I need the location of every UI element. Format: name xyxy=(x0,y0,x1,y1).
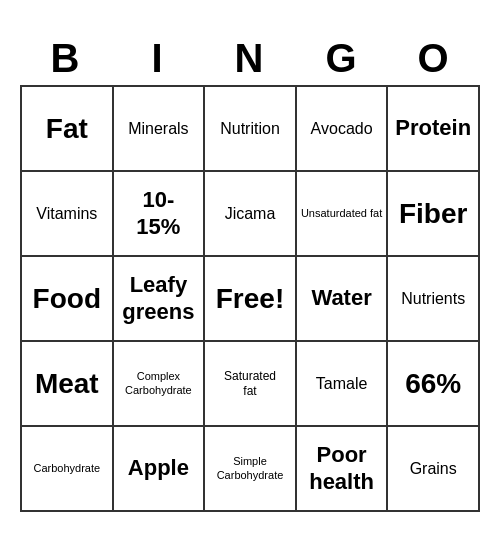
bingo-card: BINGO FatMineralsNutritionAvocadoProtein… xyxy=(10,22,490,522)
cell-text-22: SimpleCarbohydrate xyxy=(217,455,284,481)
cell-text-10: Food xyxy=(33,282,101,316)
cell-text-6: 10-15% xyxy=(136,187,180,240)
bingo-cell-17: Saturatedfat xyxy=(205,342,297,427)
bingo-cell-9: Fiber xyxy=(388,172,480,257)
cell-text-1: Minerals xyxy=(128,119,188,138)
bingo-cell-3: Avocado xyxy=(297,87,389,172)
bingo-cell-10: Food xyxy=(22,257,114,342)
bingo-cell-12: Free! xyxy=(205,257,297,342)
cell-text-0: Fat xyxy=(46,112,88,146)
bingo-cell-18: Tamale xyxy=(297,342,389,427)
bingo-cell-11: Leafygreens xyxy=(114,257,206,342)
cell-text-7: Jicama xyxy=(225,204,276,223)
cell-text-15: Meat xyxy=(35,367,99,401)
cell-text-9: Fiber xyxy=(399,197,467,231)
bingo-header: BINGO xyxy=(20,32,480,85)
cell-text-3: Avocado xyxy=(311,119,373,138)
cell-text-5: Vitamins xyxy=(36,204,97,223)
bingo-cell-4: Protein xyxy=(388,87,480,172)
bingo-cell-21: Apple xyxy=(114,427,206,512)
cell-text-18: Tamale xyxy=(316,374,368,393)
cell-text-23: Poorhealth xyxy=(309,442,374,495)
bingo-cell-5: Vitamins xyxy=(22,172,114,257)
cell-text-11: Leafygreens xyxy=(122,272,194,325)
bingo-cell-7: Jicama xyxy=(205,172,297,257)
cell-text-16: ComplexCarbohydrate xyxy=(125,370,192,396)
cell-text-13: Water xyxy=(311,285,371,311)
cell-text-24: Grains xyxy=(410,459,457,478)
header-letter-O: O xyxy=(388,32,480,85)
header-letter-I: I xyxy=(112,32,204,85)
bingo-cell-24: Grains xyxy=(388,427,480,512)
bingo-grid: FatMineralsNutritionAvocadoProteinVitami… xyxy=(20,85,480,512)
cell-text-19: 66% xyxy=(405,367,461,401)
cell-text-4: Protein xyxy=(395,115,471,141)
bingo-cell-14: Nutrients xyxy=(388,257,480,342)
bingo-cell-23: Poorhealth xyxy=(297,427,389,512)
bingo-cell-20: Carbohydrate xyxy=(22,427,114,512)
cell-text-21: Apple xyxy=(128,455,189,481)
bingo-cell-22: SimpleCarbohydrate xyxy=(205,427,297,512)
bingo-cell-16: ComplexCarbohydrate xyxy=(114,342,206,427)
bingo-cell-8: Unsaturdated fat xyxy=(297,172,389,257)
bingo-cell-6: 10-15% xyxy=(114,172,206,257)
header-letter-N: N xyxy=(204,32,296,85)
cell-text-8: Unsaturdated fat xyxy=(301,207,382,220)
bingo-cell-1: Minerals xyxy=(114,87,206,172)
bingo-cell-2: Nutrition xyxy=(205,87,297,172)
cell-text-14: Nutrients xyxy=(401,289,465,308)
cell-text-20: Carbohydrate xyxy=(33,462,100,475)
cell-text-2: Nutrition xyxy=(220,119,280,138)
cell-text-17: Saturatedfat xyxy=(224,369,276,398)
bingo-cell-15: Meat xyxy=(22,342,114,427)
bingo-cell-13: Water xyxy=(297,257,389,342)
header-letter-B: B xyxy=(20,32,112,85)
header-letter-G: G xyxy=(296,32,388,85)
bingo-cell-0: Fat xyxy=(22,87,114,172)
bingo-cell-19: 66% xyxy=(388,342,480,427)
cell-text-12: Free! xyxy=(216,282,284,316)
